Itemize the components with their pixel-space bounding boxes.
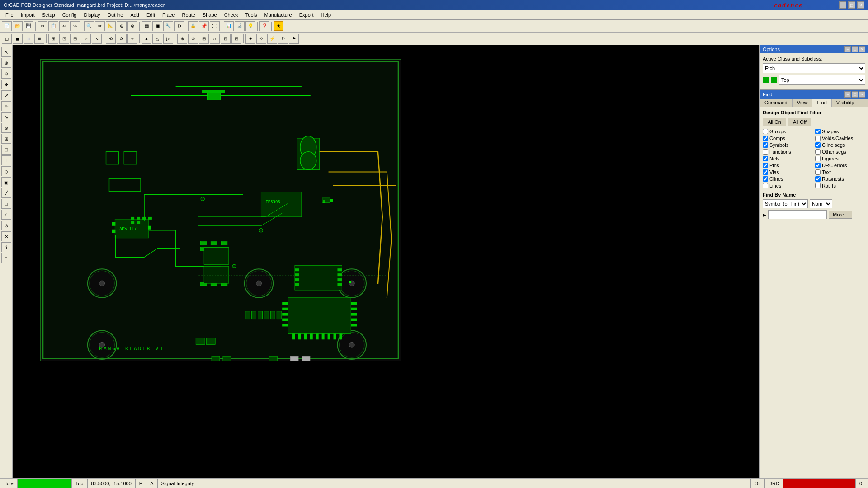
lt-line[interactable]: ╱ <box>1 188 11 198</box>
window-controls[interactable]: − □ × <box>839 1 864 9</box>
lt-pin[interactable]: ⊙ <box>1 221 11 230</box>
options-panel-controls[interactable]: − □ × <box>844 46 865 52</box>
tb-cut[interactable]: ✂ <box>38 21 47 31</box>
lt-measure[interactable]: ⊡ <box>1 145 11 155</box>
checkbox-voids[interactable] <box>815 136 821 141</box>
tb-config[interactable]: ⚙ <box>174 21 184 31</box>
tb-redo[interactable]: ↪ <box>70 21 80 31</box>
tb2-23[interactable]: ✧ <box>256 34 266 44</box>
tb2-1[interactable]: ◻ <box>2 34 12 44</box>
checkbox-functions[interactable] <box>763 149 768 155</box>
tb-light[interactable]: 💡 <box>245 21 255 31</box>
lt-custom1[interactable]: ≡ <box>1 253 11 263</box>
checkbox-nets[interactable] <box>763 156 768 161</box>
tb2-24[interactable]: ⚡ <box>267 34 277 44</box>
tb2-6[interactable]: ⊡ <box>59 34 69 44</box>
menu-export[interactable]: Export <box>296 11 317 19</box>
lt-prop[interactable]: ℹ <box>1 242 11 252</box>
fbn-name-select[interactable]: Nam Value <box>810 199 832 208</box>
tb2-11[interactable]: ⟳ <box>117 34 127 44</box>
checkbox-figures[interactable] <box>815 156 821 161</box>
options-minimize[interactable]: − <box>844 46 851 52</box>
close-button[interactable]: × <box>857 1 864 9</box>
checkbox-clines[interactable] <box>763 176 768 182</box>
checkbox-comps[interactable] <box>763 136 768 141</box>
menu-check[interactable]: Check <box>221 11 242 19</box>
lt-zoom-in[interactable]: ⊕ <box>1 58 11 68</box>
tb2-3[interactable]: ◽ <box>24 34 33 44</box>
tb2-8[interactable]: ↗ <box>81 34 91 44</box>
tb2-12[interactable]: ⌖ <box>127 34 137 44</box>
tb2-14[interactable]: △ <box>152 34 162 44</box>
tb-save[interactable]: 💾 <box>24 21 33 31</box>
lt-pan[interactable]: ✥ <box>1 80 11 89</box>
checkbox-shapes[interactable] <box>815 129 821 134</box>
tb2-2[interactable]: ◼ <box>13 34 23 44</box>
lt-text[interactable]: T <box>1 155 11 165</box>
lt-via[interactable]: ⊗ <box>1 123 11 133</box>
tb2-25[interactable]: ⚐ <box>278 34 288 44</box>
fbn-search-input[interactable] <box>768 210 827 219</box>
tab-command[interactable]: Command <box>760 99 793 107</box>
tb-open[interactable]: 📂 <box>13 21 23 31</box>
lt-group[interactable]: ▣ <box>1 177 11 187</box>
maximize-button[interactable]: □ <box>848 1 855 9</box>
tb-zoom[interactable]: 🔍 <box>84 21 94 31</box>
menu-import[interactable]: Import <box>17 11 38 19</box>
tb-copy[interactable]: 📋 <box>48 21 58 31</box>
menu-config[interactable]: Config <box>59 11 80 19</box>
menu-outline[interactable]: Outline <box>104 11 127 19</box>
options-maximize[interactable]: □ <box>852 46 858 52</box>
tab-view[interactable]: View <box>793 99 813 107</box>
menu-file[interactable]: File <box>2 11 17 19</box>
checkbox-vias[interactable] <box>763 169 768 175</box>
find-minimize[interactable]: − <box>844 91 851 98</box>
tb-snap[interactable]: ▣ <box>152 21 162 31</box>
checkbox-groups[interactable] <box>763 129 768 134</box>
all-off-button[interactable]: All Off <box>788 118 811 126</box>
all-on-button[interactable]: All On <box>763 118 786 126</box>
class-dropdown[interactable]: Etch Board Geometry Component Value Desi… <box>763 63 865 73</box>
tb2-9[interactable]: ↘ <box>92 34 102 44</box>
checkbox-othersegs[interactable] <box>815 149 821 155</box>
lt-zoom-out[interactable]: ⊖ <box>1 69 11 79</box>
lt-arc[interactable]: ◜ <box>1 210 11 220</box>
checkbox-pins[interactable] <box>763 163 768 168</box>
tb2-19[interactable]: ⌂ <box>210 34 220 44</box>
tb2-21[interactable]: ⊟ <box>231 34 241 44</box>
tb-new[interactable]: 📄 <box>2 21 12 31</box>
pcb-board[interactable]: AMS1117 IP5306 ||| <box>40 59 401 361</box>
menu-route[interactable]: Route <box>178 11 198 19</box>
tb-add-circle[interactable]: ⊕ <box>117 21 127 31</box>
lt-route[interactable]: ∿ <box>1 112 11 122</box>
tb-pin[interactable]: 📌 <box>199 21 209 31</box>
tb2-4[interactable]: ◾ <box>34 34 44 44</box>
tb2-20[interactable]: ⊡ <box>221 34 231 44</box>
fbn-more-button[interactable]: More... <box>829 211 852 219</box>
tb-active[interactable]: ★ <box>274 21 283 31</box>
lt-rect[interactable]: □ <box>1 199 11 209</box>
tb2-16[interactable]: ⊕ <box>177 34 187 44</box>
lt-comp[interactable]: ⊞ <box>1 134 11 144</box>
tb-grid[interactable]: ▦ <box>142 21 151 31</box>
options-close[interactable]: × <box>859 46 865 52</box>
tb-lock[interactable]: 🔒 <box>188 21 198 31</box>
lt-delete[interactable]: ✕ <box>1 231 11 241</box>
tb-settings[interactable]: 🔧 <box>163 21 173 31</box>
find-close[interactable]: × <box>859 91 865 98</box>
menu-edit[interactable]: Edit <box>143 11 159 19</box>
minimize-button[interactable]: − <box>839 1 846 9</box>
tb2-18[interactable]: ⊞ <box>199 34 209 44</box>
tb-chart[interactable]: 📊 <box>224 21 234 31</box>
checkbox-ratsnests[interactable] <box>815 176 821 182</box>
tb2-10[interactable]: ⟲ <box>106 34 116 44</box>
tb2-15[interactable]: ▷ <box>163 34 173 44</box>
subclass-dropdown[interactable]: Top Bottom Inner1 Inner2 <box>779 75 865 85</box>
find-panel-controls[interactable]: − □ × <box>844 91 865 98</box>
tb2-17[interactable]: ⊗ <box>188 34 198 44</box>
menu-add[interactable]: Add <box>127 11 143 19</box>
fbn-type-select[interactable]: Symbol (or Pin) Net Component <box>763 199 808 208</box>
checkbox-clinesegs[interactable] <box>815 142 821 148</box>
tb2-22[interactable]: ✦ <box>245 34 255 44</box>
tb2-26[interactable]: ⚑ <box>289 34 299 44</box>
